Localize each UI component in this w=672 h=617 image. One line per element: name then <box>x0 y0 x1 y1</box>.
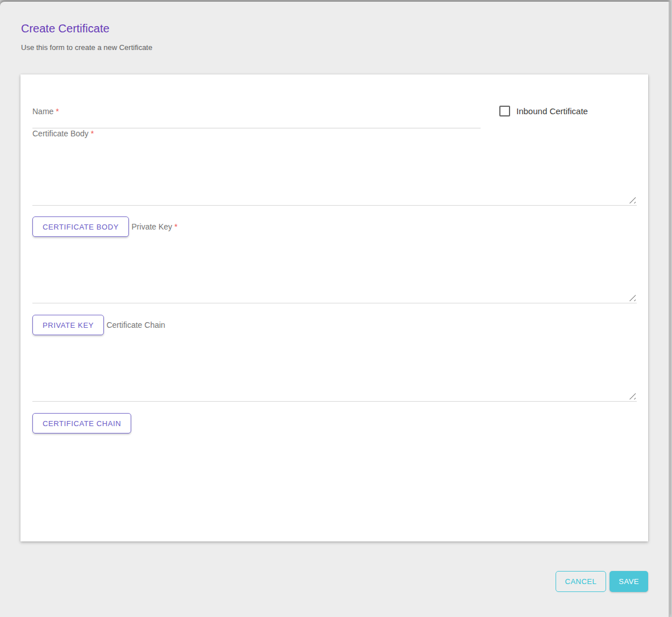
name-label: Name * <box>32 107 481 116</box>
private-key-label: Private Key * <box>132 222 178 231</box>
certificate-body-upload-button[interactable]: CERTIFICATE BODY <box>32 216 129 237</box>
certificate-body-label: Certificate Body * <box>32 129 94 138</box>
private-key-textarea[interactable] <box>32 239 637 303</box>
name-label-text: Name <box>32 107 53 116</box>
private-key-required-asterisk: * <box>174 222 177 231</box>
private-key-label-text: Private Key <box>132 222 173 231</box>
certificate-body-label-text: Certificate Body <box>32 129 89 138</box>
name-required-asterisk: * <box>56 107 59 116</box>
private-key-textarea-wrap <box>32 239 637 303</box>
page-title: Create Certificate <box>21 22 110 35</box>
form-actions: CANCEL SAVE <box>20 571 648 592</box>
page-subtitle: Use this form to create a new Certificat… <box>21 43 152 52</box>
certificate-form-card: Name * Inbound Certificate Certificate B… <box>20 74 648 541</box>
inbound-certificate-checkbox-group[interactable]: Inbound Certificate <box>499 106 588 116</box>
certificate-chain-textarea[interactable] <box>32 337 637 402</box>
certificate-body-textarea-wrap <box>32 140 637 206</box>
save-button[interactable]: SAVE <box>610 571 648 592</box>
cancel-button[interactable]: CANCEL <box>556 571 607 592</box>
certificate-chain-upload-button[interactable]: CERTIFICATE CHAIN <box>32 413 131 433</box>
certificate-chain-label: Certificate Chain <box>106 320 165 330</box>
name-row: Name * Inbound Certificate <box>32 107 637 128</box>
certificate-chain-label-text: Certificate Chain <box>106 320 165 330</box>
inbound-certificate-label: Inbound Certificate <box>516 106 588 116</box>
certificate-chain-textarea-wrap <box>32 337 637 402</box>
name-field-group: Name * <box>32 107 481 128</box>
inbound-certificate-checkbox[interactable] <box>499 106 510 116</box>
certificate-body-required-asterisk: * <box>91 129 94 138</box>
certificate-body-textarea[interactable] <box>32 140 637 206</box>
page-panel: Create Certificate Use this form to crea… <box>0 2 670 617</box>
private-key-upload-button[interactable]: PRIVATE KEY <box>32 315 104 335</box>
name-input[interactable] <box>32 119 481 128</box>
